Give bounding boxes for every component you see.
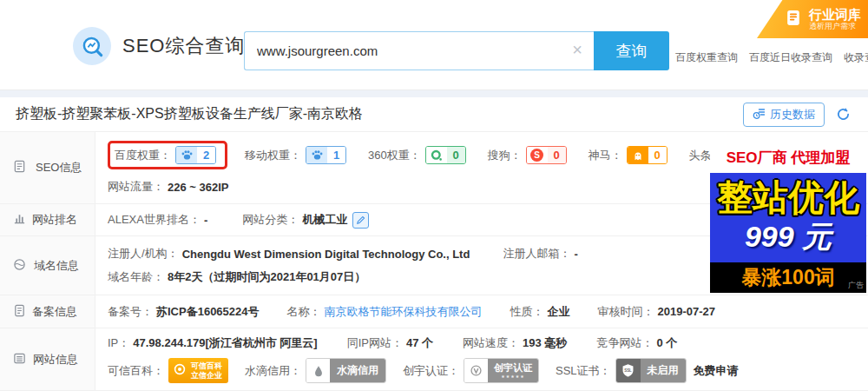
chuangyu-cert-badge[interactable]: 创宇认证 ★★★★★ [464, 358, 539, 383]
ssl-cert-badge[interactable]: SSL 未启用 [615, 358, 687, 383]
history-list-clock-icon [753, 107, 766, 123]
edit-category-icon[interactable] [352, 212, 369, 229]
baidu-weight-label: 百度权重： [115, 148, 171, 163]
industry-lexicon-ribbon[interactable]: 行业词库 透析用户需求 [757, 0, 868, 38]
ssl-cert-group: SSL证书： SSL 未启用 免费申请 [556, 358, 739, 383]
ip-value: 47.98.244.179[浙江省杭州市 阿里云] [133, 335, 317, 351]
sidebar-label: 备案信息 [32, 304, 77, 320]
sidebar-item-seo-info[interactable]: SEO信息 [0, 132, 95, 204]
bar-chart-icon [13, 212, 26, 228]
sidebar-item-site-rank[interactable]: 网站排名 [0, 204, 95, 236]
same-ip-label: 同IP网站： [347, 335, 403, 351]
logo[interactable]: SEO综合查询 [73, 27, 245, 65]
sidebar-item-domain-info[interactable]: 域名信息 [0, 236, 95, 295]
baike-cert-group: 可信百科： 可信百科 立信企业 [108, 358, 228, 383]
clear-input-icon[interactable]: × [572, 31, 582, 70]
query-button[interactable]: 查询 [594, 31, 669, 70]
icp-info-row: 备案号： 苏ICP备16065224号 名称： 南京欧格节能环保科技有限公司 性… [95, 295, 868, 328]
icp-number-value: 苏ICP备16065224号 [156, 304, 260, 320]
water-drop-icon [306, 359, 330, 382]
list-icon [13, 352, 26, 368]
trusted-baike-badge[interactable]: 可信百科 立信企业 [168, 358, 228, 383]
competitor-value: 0 个 [656, 335, 677, 351]
doc-icon [13, 160, 26, 176]
traffic-label: 网站流量： [108, 179, 164, 195]
icp-audit-value: 2019-07-27 [658, 305, 716, 318]
v-circle-icon [464, 359, 488, 382]
competitor-label: 竞争网站： [596, 335, 653, 351]
link-baidu-weight-query[interactable]: 百度权重查询 [675, 50, 738, 65]
ssl-shield-icon: SSL [616, 359, 641, 382]
link-index-query[interactable]: 收录查询 [844, 50, 868, 65]
icp-name-link[interactable]: 南京欧格节能环保科技有限公司 [325, 304, 483, 320]
water-credit-badge[interactable]: 水滴信用 [306, 358, 386, 383]
result-title-row: 挤塑板-挤塑聚苯板-XPS挤塑板设备生产线厂家-南京欧格 历史数据 [0, 97, 868, 132]
search-input[interactable] [244, 31, 594, 70]
sidebar-label: SEO信息 [36, 160, 82, 176]
shenma-ghost-icon [628, 147, 648, 163]
registrant-label: 注册人/机构： [108, 246, 179, 262]
mobile-weight-group: 移动权重： 1 [245, 146, 346, 164]
registrant-value: Chengdu West Dimension Digital Technolog… [182, 248, 470, 261]
refresh-icon[interactable] [836, 107, 851, 122]
sidebar: SEO信息 网站排名 域名信息 [0, 132, 95, 391]
category-value: 机械工业 [302, 212, 347, 228]
same-ip-value: 47 个 [406, 335, 433, 351]
baidu-weight-highlight-box: 百度权重： 2 [108, 141, 227, 169]
ribbon-title: 行业词库 [809, 7, 861, 22]
logo-text: SEO综合查询 [122, 33, 245, 59]
header-divider-band [0, 90, 868, 97]
baidu-weight-badge[interactable]: 2 [175, 146, 216, 164]
history-data-button[interactable]: 历史数据 [743, 103, 825, 127]
sidebar-label: 网站排名 [32, 212, 77, 228]
category-label: 网站分类： [242, 212, 299, 228]
360-weight-group: 360权重： 0 [368, 146, 466, 164]
ad-line2: 整站优化 [717, 178, 859, 216]
registrant-email-label: 注册人邮箱： [503, 246, 570, 262]
icp-number-label: 备案号： [108, 304, 153, 320]
registrant-email-value: - [574, 248, 577, 261]
ad-tag: 广告 [848, 280, 864, 291]
icp-name-label: 名称： [287, 304, 321, 320]
sogou-weight-group: 搜狗： S 0 [488, 146, 567, 164]
water-credit-group: 水滴信用： 水滴信用 [245, 358, 386, 383]
sidebar-label: 域名信息 [34, 258, 79, 274]
sidebar-item-icp-info[interactable]: 备案信息 [0, 295, 95, 328]
icp-audit-label: 审核时间： [598, 304, 654, 320]
header: SEO综合查询 × 查询 百度权重查询 百度近日收录查询 收录查询 行业词库 [0, 0, 868, 90]
speed-label: 网站速度： [463, 335, 519, 351]
speed-value: 193 毫秒 [523, 335, 567, 351]
domain-age-label: 域名年龄： [108, 269, 164, 285]
medal-icon [172, 361, 187, 381]
ribbon-subtitle: 透析用户需求 [809, 22, 861, 30]
sidebar-label: 网站信息 [33, 352, 78, 368]
content: 挤塑板-挤塑聚苯板-XPS挤塑板设备生产线厂家-南京欧格 历史数据 [0, 97, 868, 391]
file-icon [13, 304, 26, 320]
ip-label: IP： [108, 335, 129, 351]
sidebar-item-site-info[interactable]: 网站信息 [0, 328, 95, 391]
ad-line1: SEO厂商 代理加盟 [727, 148, 851, 168]
page-title: 挤塑板-挤塑聚苯板-XPS挤塑板设备生产线厂家-南京欧格 [16, 105, 363, 123]
icp-nature-value: 企业 [548, 304, 570, 320]
ad-price: 999 元 [745, 217, 832, 257]
lexicon-doc-icon [785, 9, 803, 30]
traffic-value: 226 ~ 362IP [168, 181, 228, 194]
mobile-weight-badge[interactable]: 1 [306, 146, 346, 164]
header-links: 百度权重查询 百度近日收录查询 收录查询 [675, 50, 868, 65]
www-globe-icon [13, 258, 26, 274]
sogou-weight-badge[interactable]: S 0 [526, 146, 567, 164]
alexa-value: - [204, 214, 207, 227]
sogou-s-icon: S [530, 149, 543, 162]
baidu-paw-icon [306, 147, 327, 163]
360-ring-icon [426, 147, 447, 163]
baidu-paw-icon [176, 147, 197, 163]
link-baidu-recent-index-query[interactable]: 百度近日收录查询 [749, 50, 832, 65]
shenma-weight-group: 神马： 0 [589, 146, 667, 164]
ad-banner[interactable]: SEO厂商 代理加盟 整站优化 999 元 暴涨100词 广告 [710, 142, 866, 293]
shenma-weight-badge[interactable]: 0 [627, 146, 667, 164]
chuangyu-cert-group: 创宇认证： 创宇认证 ★★★★★ [403, 358, 539, 383]
icp-nature-label: 性质： [510, 304, 544, 320]
360-weight-badge[interactable]: 0 [425, 146, 466, 164]
logo-magnifier-icon [73, 27, 111, 65]
free-apply-link[interactable]: 免费申请 [694, 363, 739, 379]
